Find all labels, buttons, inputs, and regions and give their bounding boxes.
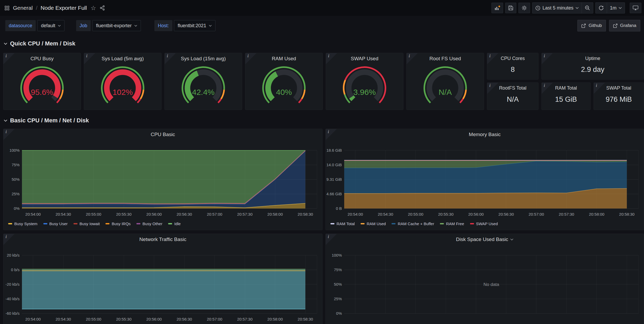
refresh-group: 1m — [595, 2, 625, 13]
refresh-interval-picker[interactable]: 1m — [607, 3, 625, 13]
external-link-icon — [613, 24, 618, 28]
legend-item[interactable]: Idle — [168, 221, 181, 226]
info-icon[interactable]: i — [487, 83, 498, 94]
cycle-view-mode-button[interactable] — [630, 3, 641, 13]
chevron-down-icon — [58, 25, 61, 27]
svg-text:0%: 0% — [336, 311, 342, 316]
disk-space-used-basic-chart: 0%25%50%75%100%No data — [326, 234, 644, 324]
grafana-dashboard: General / Node Exporter Full ☆ — [0, 0, 644, 324]
network-traffic-basic-chart: -60 kb/s-40 kb/s-20 kb/s0 b/s20 kb/s20:5… — [3, 234, 322, 324]
share-icon[interactable] — [100, 5, 105, 11]
legend-label: Busy Other — [142, 221, 162, 226]
svg-text:0 b/s: 0 b/s — [11, 267, 20, 272]
svg-text:20:57:30: 20:57:30 — [559, 212, 574, 216]
svg-text:20:55:30: 20:55:30 — [116, 317, 131, 321]
time-picker-group: Last 5 minutes — [532, 2, 593, 13]
legend-item[interactable]: RAM Used — [361, 221, 386, 226]
panel-title[interactable]: SWAP Total — [606, 85, 631, 91]
breadcrumb: General / Node Exporter Full — [13, 5, 87, 11]
svg-text:50%: 50% — [334, 282, 342, 286]
sys-load-15m-gauge: 42.4% — [165, 63, 242, 108]
legend-item[interactable]: Busy System — [8, 221, 38, 226]
legend-swatch — [330, 223, 334, 224]
legend-item[interactable]: Busy Other — [136, 221, 162, 226]
svg-text:3.96%: 3.96% — [353, 88, 376, 96]
add-panel-button[interactable] — [491, 3, 503, 13]
legend-item[interactable]: RAM Total — [330, 221, 355, 226]
panel-disk-space-used-basic: i 0%25%50%75%100%No data Disk Space Used… — [325, 234, 644, 324]
variable-job-value[interactable]: fluentbit-exporter — [92, 20, 141, 31]
rootfs-total-value: N/A — [507, 91, 519, 110]
top-nav: General / Node Exporter Full ☆ — [0, 0, 644, 16]
grafana-link[interactable]: Grafana — [609, 20, 640, 31]
legend-swatch — [440, 223, 444, 224]
panel-title[interactable]: Memory Basic — [326, 132, 644, 137]
panel-title[interactable]: RAM Total — [555, 85, 577, 91]
github-link[interactable]: Github — [577, 20, 606, 31]
legend-item[interactable]: SWAP Used — [470, 221, 498, 226]
time-range-picker[interactable]: Last 5 minutes — [532, 3, 582, 13]
ram-total-value: 15 GiB — [555, 91, 577, 110]
info-icon[interactable]: i — [594, 83, 605, 94]
swap-used-gauge: 3.96% — [326, 63, 403, 108]
svg-text:20:55:00: 20:55:00 — [408, 212, 423, 216]
legend-item[interactable]: Busy IRQs — [105, 221, 131, 226]
panel-title[interactable]: RAM Used — [245, 56, 323, 62]
legend-item[interactable]: Busy User — [43, 221, 68, 226]
panel-title[interactable]: CPU Busy — [3, 56, 81, 62]
legend-label: Busy System — [14, 221, 38, 226]
panel-title[interactable]: Disk Space Used Basic — [326, 237, 644, 242]
section-basic-cpu-mem-net-disk[interactable]: Basic CPU / Mem / Net / Disk — [4, 117, 89, 124]
legend-swatch — [8, 223, 12, 224]
apps-grid-icon[interactable] — [5, 6, 9, 10]
cpu-cores-value: 8 — [511, 61, 515, 79]
variable-host-label: Host: — [154, 20, 172, 31]
panel-title[interactable]: Root FS Used — [407, 56, 484, 62]
svg-text:75%: 75% — [334, 267, 342, 272]
breadcrumb-section[interactable]: General — [13, 5, 33, 11]
memory-basic-chart: 0 B4.66 GiB9.31 GiB14.0 GiB18.6 GiB20:54… — [326, 129, 644, 230]
panel-cpu-busy: i CPU Busy 95.6% — [3, 53, 81, 110]
legend-item[interactable]: RAM Cache + Buffer — [392, 221, 434, 226]
section-quick-cpu-mem-disk[interactable]: Quick CPU / Mem / Disk — [4, 40, 75, 47]
panel-title[interactable]: Network Traffic Basic — [3, 237, 322, 242]
variable-datasource-value[interactable]: default — [37, 20, 65, 31]
svg-text:20:56:30: 20:56:30 — [177, 317, 192, 321]
panel-title[interactable]: CPU Basic — [3, 132, 322, 137]
dashboard-settings-button[interactable] — [518, 3, 530, 13]
zoom-out-button[interactable] — [582, 3, 593, 13]
panel-title[interactable]: Uptime — [585, 56, 600, 61]
chevron-down-icon[interactable] — [510, 238, 513, 240]
legend-item[interactable]: RAM Free — [440, 221, 464, 226]
panel-title[interactable]: Sys Load (5m avg) — [84, 56, 161, 62]
legend-label: Idle — [174, 221, 181, 226]
svg-text:20:57:00: 20:57:00 — [528, 212, 544, 216]
svg-text:95.6%: 95.6% — [31, 88, 53, 96]
info-icon[interactable]: i — [487, 53, 498, 64]
cpu-busy-gauge: 95.6% — [3, 63, 81, 108]
chevron-down-icon — [576, 7, 579, 9]
refresh-button[interactable] — [596, 3, 607, 13]
panel-title[interactable]: CPU Cores — [501, 56, 525, 61]
panel-title[interactable]: RootFS Total — [499, 85, 527, 91]
star-icon[interactable]: ☆ — [91, 5, 96, 11]
info-icon[interactable]: i — [542, 83, 553, 94]
save-dashboard-button[interactable] — [505, 3, 516, 13]
legend-item[interactable]: Busy Iowait — [73, 221, 100, 226]
external-link-icon — [581, 24, 586, 28]
svg-text:20:55:00: 20:55:00 — [86, 212, 101, 216]
info-icon[interactable]: i — [542, 53, 553, 64]
cpu-basic-chart: 0%25%50%75%100%20:54:0020:54:3020:55:002… — [3, 129, 322, 230]
legend-swatch — [392, 223, 395, 224]
swap-total-value: 976 MiB — [606, 91, 632, 110]
legend-swatch — [168, 223, 172, 224]
legend-label: Busy Iowait — [80, 221, 100, 226]
panel-title[interactable]: Sys Load (15m avg) — [165, 56, 242, 62]
variable-host-value[interactable]: fluentbit:2021 — [174, 20, 215, 31]
cpu-basic-legend: Busy SystemBusy UserBusy IowaitBusy IRQs… — [8, 221, 181, 226]
breadcrumb-page[interactable]: Node Exporter Full — [41, 5, 87, 11]
legend-label: Busy IRQs — [112, 221, 131, 226]
panel-title[interactable]: SWAP Used — [326, 56, 403, 62]
panel-ram-total: i RAM Total 15 GiB — [541, 82, 591, 110]
chevron-down-icon — [4, 43, 7, 45]
